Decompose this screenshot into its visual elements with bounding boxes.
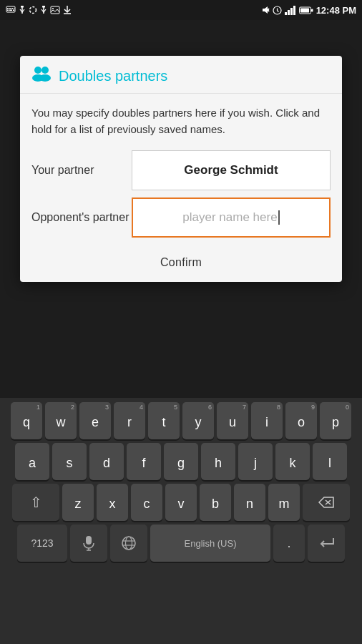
svg-point-31 [41,67,49,74]
partners-icon [31,66,52,82]
svg-marker-17 [263,6,268,14]
your-partner-value[interactable]: George Schmidt [132,150,331,190]
key-h[interactable]: h [201,443,235,480]
dialog-description: You may specify doubles partners here if… [31,105,331,137]
key-q[interactable]: 1q [11,402,42,439]
clock-icon [273,6,282,15]
svg-rect-5 [7,10,9,11]
key-p-number: 0 [346,404,349,411]
period-key[interactable]: . [273,525,305,562]
confirm-button[interactable]: Confirm [149,253,213,272]
svg-rect-9 [21,6,24,8]
shift-icon: ⇧ [30,494,42,511]
key-u[interactable]: 7u [217,402,248,439]
opponents-partner-label: Opponent's partner [31,211,132,224]
dialog-footer: Confirm [20,245,342,282]
status-bar: 12:48 PM [0,0,362,20]
shift-key[interactable]: ⇧ [12,484,59,521]
key-n[interactable]: n [234,484,265,521]
keyboard-row-bottom: ?123 English (US) . [1,525,361,562]
time-display: 12:48 PM [316,5,356,16]
svg-point-33 [39,74,51,82]
spacebar-key[interactable]: English (US) [150,525,270,562]
sync-icon [29,6,37,14]
svg-rect-1 [7,8,9,9]
key-k[interactable]: k [275,443,310,480]
key-g[interactable]: g [164,443,198,480]
key-w-number: 2 [71,404,74,411]
microphone-icon [83,535,94,551]
key-i-number: 8 [277,404,280,411]
globe-key[interactable] [110,525,147,562]
your-partner-row: Your partner George Schmidt [31,150,331,190]
keyboard-rows: 1q 2w 3e 4r 5t 6y 7u 8i 9o 0p a s d f g … [0,398,362,565]
opponents-partner-placeholder: player name here [182,210,277,225]
key-e-number: 3 [105,404,109,411]
spacebar-label: English (US) [185,538,237,549]
svg-rect-12 [42,6,45,8]
key-c[interactable]: c [131,484,162,521]
key-f[interactable]: f [127,443,161,480]
enter-key[interactable] [308,525,345,562]
svg-rect-3 [11,8,13,9]
svg-rect-29 [311,9,313,11]
usb-icon [19,5,26,15]
symbols-key[interactable]: ?123 [17,525,67,562]
dialog-body: You may specify doubles partners here if… [20,94,342,245]
keyboard-row-zxcv: ⇧ z x c v b n m [1,484,361,521]
keyboard-icon [6,6,16,14]
backspace-key[interactable] [303,484,350,521]
key-d[interactable]: d [89,443,124,480]
partner-rows: Your partner George Schmidt Opponent's p… [31,150,331,245]
key-e[interactable]: 3e [79,402,111,439]
key-t[interactable]: 5t [148,402,180,439]
key-y[interactable]: 6y [182,402,214,439]
svg-rect-0 [6,6,15,12]
key-z[interactable]: z [62,484,94,521]
key-i[interactable]: 8i [251,402,283,439]
enter-icon [318,537,334,550]
key-b[interactable]: b [200,484,231,521]
svg-rect-4 [14,8,14,9]
period-label: . [287,536,290,551]
key-t-number: 5 [174,404,177,411]
svg-point-39 [122,537,135,550]
microphone-key[interactable] [70,525,107,562]
svg-point-14 [52,8,54,9]
key-y-number: 6 [208,404,212,411]
key-s[interactable]: s [52,443,87,480]
svg-rect-25 [290,8,293,15]
key-r[interactable]: 4r [114,402,145,439]
image-icon [50,6,60,14]
svg-rect-23 [285,12,287,15]
key-x[interactable]: x [97,484,128,521]
svg-rect-24 [288,10,290,15]
key-q-number: 1 [36,404,40,411]
opponents-partner-input[interactable]: player name here [132,197,331,238]
svg-rect-6 [9,10,12,11]
key-j[interactable]: j [238,443,273,480]
svg-rect-2 [9,8,11,9]
key-p[interactable]: 0p [320,402,351,439]
symbols-label: ?123 [31,537,53,549]
status-bar-left-icons [6,5,72,15]
key-v[interactable]: v [165,484,197,521]
svg-rect-7 [13,10,14,11]
key-w[interactable]: 2w [45,402,77,439]
status-bar-right-icons: 12:48 PM [261,5,356,16]
battery-icon [299,6,313,14]
key-m[interactable]: m [268,484,300,521]
usb-icon2 [40,5,47,15]
svg-rect-26 [293,6,295,15]
key-l[interactable]: l [313,443,347,480]
svg-rect-36 [86,536,92,545]
mute-icon [261,5,270,15]
svg-rect-28 [300,8,309,12]
key-a[interactable]: a [15,443,49,480]
svg-point-40 [126,537,132,550]
people-icon [31,66,52,86]
key-o-number: 9 [311,404,315,411]
svg-line-22 [277,11,278,12]
key-u-number: 7 [243,404,246,411]
key-o[interactable]: 9o [285,402,317,439]
